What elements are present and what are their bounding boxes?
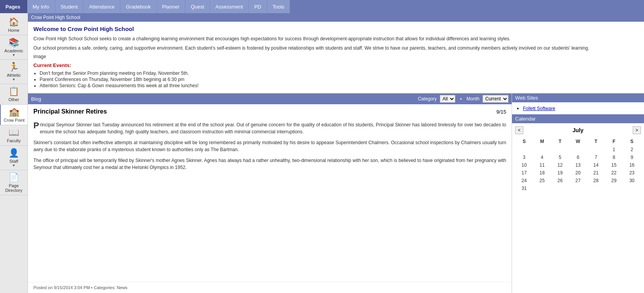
cal-day-header: T (587, 137, 605, 146)
calendar-day (533, 184, 551, 192)
sidebar-item-page-directory[interactable]: 📄 Page Directory (0, 170, 28, 195)
blog-post-title: Principal Skinner Retires (33, 108, 107, 115)
calendar-day[interactable]: 26 (551, 177, 569, 184)
cal-day-header: M (533, 137, 551, 146)
nav-tab-assessment[interactable]: Assessment (210, 0, 249, 13)
calendar-week-row: 17181920212223 (515, 169, 641, 177)
category-select[interactable]: All (440, 95, 455, 103)
blog-label: Blog (31, 96, 41, 102)
top-section: Welcome to Crow Point High School Crow P… (28, 22, 644, 93)
sidebar-arrow-athletic: ▼ (12, 78, 16, 81)
sidebar-arrow-academic: ▼ (12, 53, 16, 57)
event-item: Attention Seniors: Cap & Gown measuremen… (40, 83, 639, 88)
calendar-day (533, 146, 551, 153)
sidebar-item-other[interactable]: 📋 Other (0, 84, 28, 105)
sidebar-label-home: Home (8, 28, 19, 33)
sidebar-item-staff[interactable]: 👤 Staff ▼ (0, 146, 28, 170)
athletic-icon: 🏃 (9, 62, 19, 72)
calendar-day[interactable]: 17 (515, 169, 533, 177)
drop-cap: P (33, 121, 39, 130)
current-events-title: Current Events: (33, 62, 639, 68)
calendar-day[interactable]: 31 (515, 184, 533, 192)
calendar-day[interactable]: 15 (605, 161, 623, 169)
nav-tab-student[interactable]: Student (55, 0, 84, 13)
sidebar-item-athletic[interactable]: 🏃 Athletic ▼ (0, 60, 28, 84)
breadcrumb: Crow Point High School (28, 13, 644, 22)
welcome-paragraph-1: Crow Point High School School seeks to c… (33, 35, 639, 42)
calendar-day[interactable]: 9 (623, 153, 641, 161)
calendar-next-button[interactable]: > (633, 126, 641, 134)
academic-icon: 📚 (9, 38, 19, 48)
blog-footer: Posted on 9/15/2014 3:04 PM • Categories… (28, 282, 512, 293)
follett-software-link[interactable]: Follett Software (523, 106, 555, 111)
nav-tab-planner[interactable]: Planner (157, 0, 186, 13)
calendar-prev-button[interactable]: < (515, 126, 523, 134)
sidebar-item-academic[interactable]: 📚 Academic ▼ (0, 35, 28, 60)
nav-tab-pd[interactable]: PD (249, 0, 267, 13)
calendar-day[interactable]: 28 (587, 177, 605, 184)
other-icon: 📋 (9, 86, 19, 97)
sidebar: 🏠 Home 📚 Academic ▼ 🏃 Athletic ▼ 📋 Other… (0, 13, 28, 293)
calendar-week-row: 12 (515, 146, 641, 153)
calendar-day[interactable]: 16 (623, 161, 641, 169)
welcome-title: Welcome to Crow Point High School (33, 26, 639, 32)
calendar-day[interactable]: 4 (533, 153, 551, 161)
calendar-header-row: SMTWTFS (515, 137, 641, 146)
calendar-day[interactable]: 19 (551, 169, 569, 177)
calendar-day[interactable]: 18 (533, 169, 551, 177)
cal-day-header: S (623, 137, 641, 146)
calendar-day[interactable]: 6 (569, 153, 587, 161)
calendar-day[interactable]: 14 (587, 161, 605, 169)
calendar-day[interactable]: 22 (605, 169, 623, 177)
bottom-section: Blog Category All • Month Current Princi… (28, 93, 644, 293)
nav-tab-quest[interactable]: Quest (185, 0, 210, 13)
blog-area: Blog Category All • Month Current Princi… (28, 93, 512, 293)
calendar-day[interactable]: 30 (623, 177, 641, 184)
nav-tab-tools[interactable]: Tools (267, 0, 290, 13)
nav-tab-attendance[interactable]: Attendance (83, 0, 120, 13)
calendar-day (587, 184, 605, 192)
sidebar-item-home[interactable]: 🏠 Home (0, 15, 28, 35)
staff-icon: 👤 (9, 148, 19, 158)
nav-tab-gradebook[interactable]: Gradebook (120, 0, 156, 13)
sidebar-label-faculty: Faculty (7, 138, 21, 143)
blog-paragraph-3: The office of principal will be temporar… (33, 157, 506, 171)
sidebar-label-academic: Academic (4, 48, 23, 53)
calendar-day (569, 146, 587, 153)
sidebar-arrow-staff: ▼ (12, 164, 16, 167)
calendar-header: Calendar (512, 114, 644, 123)
calendar-day[interactable]: 5 (551, 153, 569, 161)
calendar-table: SMTWTFS 12345678910111213141516171819202… (515, 137, 641, 192)
calendar-day[interactable]: 7 (587, 153, 605, 161)
cal-day-header: F (605, 137, 623, 146)
calendar-day[interactable]: 29 (605, 177, 623, 184)
calendar-day[interactable]: 10 (515, 161, 533, 169)
nav-tab-my-info[interactable]: My Info (27, 0, 55, 13)
sidebar-label-page-directory: Page Directory (1, 183, 27, 193)
sidebar-item-faculty[interactable]: 📖 Faculty (0, 125, 28, 146)
calendar-day (623, 184, 641, 192)
month-select[interactable]: Current (483, 95, 509, 103)
sidebar-item-crow-point[interactable]: 🏫 Crow Point (0, 105, 28, 125)
crow-point-icon: 🏫 (9, 107, 19, 117)
calendar-day[interactable]: 13 (569, 161, 587, 169)
pages-tab[interactable]: Pages (0, 0, 27, 13)
sidebar-label-athletic: Athletic (7, 73, 21, 78)
calendar-day[interactable]: 12 (551, 161, 569, 169)
event-item: Don't forget the Senior Prom planning me… (40, 71, 639, 76)
calendar-day[interactable]: 23 (623, 169, 641, 177)
calendar-day[interactable]: 24 (515, 177, 533, 184)
calendar-week-row: 31 (515, 184, 641, 192)
calendar-day[interactable]: 2 (623, 146, 641, 153)
calendar-day[interactable]: 1 (605, 146, 623, 153)
calendar-day[interactable]: 11 (533, 161, 551, 169)
image-placeholder: image (33, 54, 639, 59)
calendar-day[interactable]: 27 (569, 177, 587, 184)
calendar-day[interactable]: 25 (533, 177, 551, 184)
calendar-day[interactable]: 3 (515, 153, 533, 161)
calendar-nav: < July > (515, 126, 641, 134)
calendar-day[interactable]: 20 (569, 169, 587, 177)
calendar-day[interactable]: 8 (605, 153, 623, 161)
calendar-day[interactable]: 21 (587, 169, 605, 177)
calendar-day (551, 146, 569, 153)
